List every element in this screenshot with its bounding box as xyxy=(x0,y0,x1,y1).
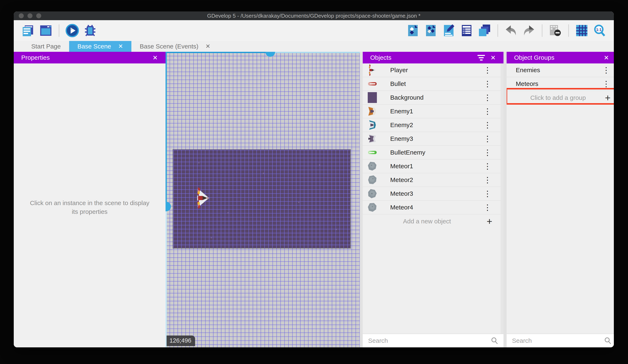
objects-panel: Objects ✕ Player ⋮ Bullet xyxy=(360,52,503,347)
properties-pencil-icon[interactable] xyxy=(442,24,455,37)
toolbar: 1:1 xyxy=(14,20,614,41)
add-group-button[interactable]: Click to add a group + xyxy=(507,91,614,105)
undo-icon[interactable] xyxy=(504,24,518,37)
tab-base-scene[interactable]: Base Scene ✕ xyxy=(69,41,131,52)
meteor-icon xyxy=(367,175,377,185)
kebab-menu-icon[interactable]: ⋮ xyxy=(483,162,492,170)
layers-icon[interactable] xyxy=(478,24,491,37)
redo-icon[interactable] xyxy=(522,24,536,37)
close-icon[interactable]: ✕ xyxy=(488,53,498,62)
properties-title: Properties xyxy=(21,54,151,61)
add-new-object-button[interactable]: Add a new object + xyxy=(363,214,501,228)
horizontal-scrollbar-thumb[interactable] xyxy=(265,52,275,57)
object-row-meteor2[interactable]: Meteor2 ⋮ xyxy=(363,173,501,187)
group-row-enemies[interactable]: Enemies ⋮ xyxy=(507,63,614,77)
close-icon[interactable]: ✕ xyxy=(151,53,160,62)
objects-editor-icon[interactable] xyxy=(406,24,420,37)
main-area: Properties ✕ Click on an instance in the… xyxy=(14,52,614,347)
scene-canvas-background[interactable] xyxy=(173,150,350,248)
object-label: Meteor1 xyxy=(390,163,483,170)
object-label: Enemy1 xyxy=(390,108,483,115)
horizontal-scrollbar-fill xyxy=(165,52,270,53)
groups-search-input[interactable] xyxy=(512,337,604,344)
object-row-player[interactable]: Player ⋮ xyxy=(363,63,501,77)
tab-base-scene-events[interactable]: Base Scene (Events) ✕ xyxy=(131,41,219,52)
object-label: Player xyxy=(390,66,483,74)
zoom-1-1-icon[interactable]: 1:1 xyxy=(593,24,606,37)
player-ship-instance[interactable] xyxy=(195,187,212,210)
kebab-menu-icon[interactable]: ⋮ xyxy=(483,94,492,102)
object-label: BulletEnemy xyxy=(390,149,483,156)
vertical-scrollbar-thumb[interactable] xyxy=(165,202,171,211)
instances-list-icon[interactable] xyxy=(460,24,473,37)
groups-search-bar xyxy=(507,334,614,347)
play-icon[interactable] xyxy=(66,24,79,37)
object-label: Background xyxy=(390,94,483,101)
kebab-menu-icon[interactable]: ⋮ xyxy=(601,66,611,74)
kebab-menu-icon[interactable]: ⋮ xyxy=(483,148,492,156)
kebab-menu-icon[interactable]: ⋮ xyxy=(483,176,492,184)
plus-icon: + xyxy=(605,93,611,103)
object-row-meteor1[interactable]: Meteor1 ⋮ xyxy=(363,160,501,173)
object-label: Enemy2 xyxy=(390,121,483,128)
meteor-icon xyxy=(367,161,377,171)
project-manager-icon[interactable] xyxy=(21,24,35,37)
kebab-menu-icon[interactable]: ⋮ xyxy=(483,121,492,129)
tab-close-icon[interactable]: ✕ xyxy=(118,44,123,49)
kebab-menu-icon[interactable]: ⋮ xyxy=(483,135,492,143)
kebab-menu-icon[interactable]: ⋮ xyxy=(601,80,611,88)
group-label: Enemies xyxy=(516,66,601,74)
objects-search-input[interactable] xyxy=(368,337,491,344)
toolbar-divider xyxy=(497,24,498,37)
plus-icon: + xyxy=(487,217,492,226)
objects-scroll-gutter[interactable] xyxy=(501,63,503,334)
close-icon[interactable]: ✕ xyxy=(602,53,611,62)
search-icon xyxy=(604,337,612,345)
object-groups-icon[interactable] xyxy=(424,24,437,37)
add-new-object-label: Add a new object xyxy=(367,218,487,225)
objects-search-bar xyxy=(363,334,503,347)
toolbar-right: 1:1 xyxy=(406,24,606,37)
scene-editor[interactable]: 126;496 xyxy=(165,52,360,347)
filter-icon[interactable] xyxy=(479,53,488,62)
object-row-enemy3[interactable]: Enemy3 ⋮ xyxy=(363,132,501,146)
add-group-label: Click to add a group xyxy=(511,94,605,101)
object-groups-header: Object Groups ✕ xyxy=(507,52,614,63)
tab-bar: Start Page Base Scene ✕ Base Scene (Even… xyxy=(14,41,614,52)
app-window: GDevelop 5 - /Users/dkarakay/Documents/G… xyxy=(14,11,614,347)
tab-close-icon[interactable]: ✕ xyxy=(206,44,210,49)
meteor-icon xyxy=(367,189,377,199)
object-row-bullet[interactable]: Bullet ⋮ xyxy=(363,77,501,91)
panel-divider xyxy=(503,52,507,347)
kebab-menu-icon[interactable]: ⋮ xyxy=(483,107,492,115)
titlebar: GDevelop 5 - /Users/dkarakay/Documents/G… xyxy=(14,11,614,20)
kebab-menu-icon[interactable]: ⋮ xyxy=(483,203,492,211)
object-row-background[interactable]: Background ⋮ xyxy=(363,91,501,105)
group-row-meteors[interactable]: Meteors ⋮ xyxy=(507,77,614,91)
object-label: Meteor3 xyxy=(390,190,483,197)
tab-label: Base Scene xyxy=(78,43,111,50)
grid-icon[interactable] xyxy=(575,24,588,37)
kebab-menu-icon[interactable]: ⋮ xyxy=(483,66,492,74)
object-row-meteor3[interactable]: Meteor3 ⋮ xyxy=(363,187,501,201)
tab-start-page[interactable]: Start Page xyxy=(23,41,69,52)
object-row-meteor4[interactable]: Meteor4 ⋮ xyxy=(363,201,501,214)
object-row-enemy2[interactable]: Enemy2 ⋮ xyxy=(363,118,501,132)
object-row-enemy1[interactable]: Enemy1 ⋮ xyxy=(363,105,501,118)
toolbar-divider xyxy=(59,24,59,37)
kebab-menu-icon[interactable]: ⋮ xyxy=(483,190,492,198)
objects-title: Objects xyxy=(370,54,479,61)
object-label: Meteor4 xyxy=(390,204,483,211)
kebab-menu-icon[interactable]: ⋮ xyxy=(483,80,492,88)
properties-panel: Properties ✕ Click on an instance in the… xyxy=(14,52,165,347)
object-row-bulletenemy[interactable]: BulletEnemy ⋮ xyxy=(363,146,501,160)
scene-window-icon[interactable] xyxy=(39,24,53,37)
properties-header: Properties ✕ xyxy=(14,52,165,63)
tab-label: Start Page xyxy=(31,43,61,50)
objects-list: Player ⋮ Bullet ⋮ Background ⋮ xyxy=(363,63,503,334)
mask-remove-icon[interactable] xyxy=(549,24,562,37)
object-label: Meteor2 xyxy=(390,176,483,183)
toolbar-divider xyxy=(568,24,569,37)
search-icon xyxy=(491,337,498,345)
debug-icon[interactable] xyxy=(83,24,97,37)
